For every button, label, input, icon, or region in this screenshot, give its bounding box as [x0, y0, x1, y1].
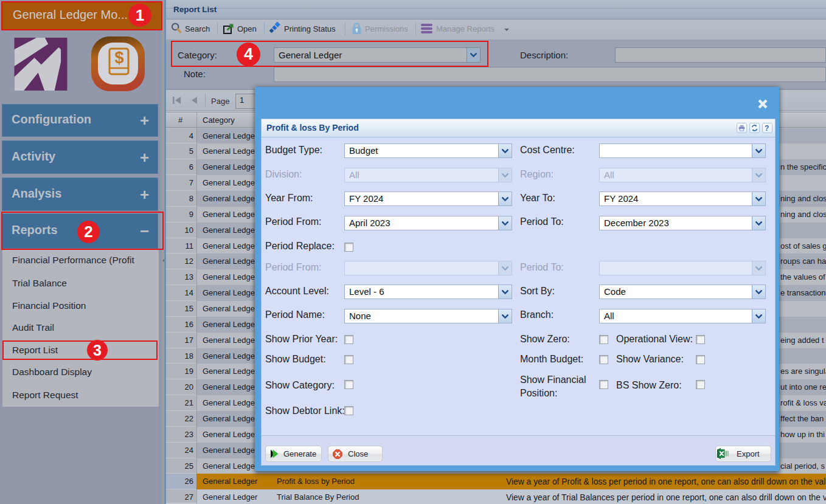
svg-text:$: $ [114, 49, 123, 67]
